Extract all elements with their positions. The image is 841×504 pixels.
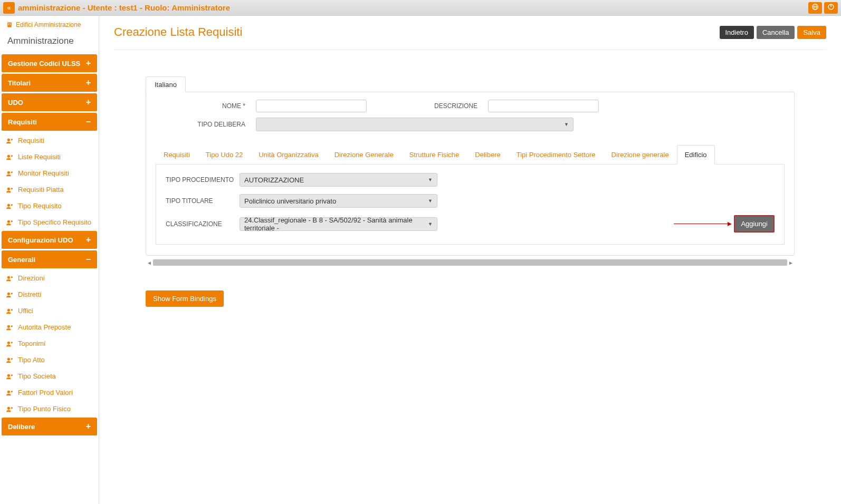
language-tab-italiano[interactable]: Italiano [146, 76, 186, 92]
svg-point-12 [7, 171, 10, 173]
tab-edificio[interactable]: Edificio [677, 145, 715, 164]
nav-section-gestione-codici[interactable]: Gestione Codici ULSS + [2, 54, 97, 73]
nav-item-label: Uffici [18, 307, 33, 315]
plus-icon: + [86, 59, 91, 68]
tab-body-edificio: TIPO PROCEDIMENTO AUTORIZZAZIONE TIPO TI… [156, 164, 785, 245]
nav-section-delibere[interactable]: Delibere + [2, 418, 97, 437]
scroll-track[interactable] [153, 259, 787, 266]
classificazione-value: 24.Classif_regionale - B 8 - SA/502/92 -… [244, 216, 425, 232]
nav-item-label: Tipo Punto Fisico [18, 405, 71, 413]
user-edit-icon [6, 357, 14, 363]
user-edit-icon [6, 373, 14, 380]
logout-button[interactable] [824, 2, 838, 14]
nav-section-requisiti[interactable]: Requisiti – [2, 113, 97, 132]
classificazione-label: CLASSIFICAZIONE [166, 220, 240, 228]
svg-point-24 [7, 406, 10, 409]
sidebar-item-liste-requisiti[interactable]: Liste Requisiti [0, 149, 99, 165]
page-header: Creazione Lista Requisiti Indietro Cance… [114, 25, 826, 50]
descrizione-input[interactable] [488, 100, 599, 112]
nav-section-configurazioni-udo[interactable]: Configurazioni UDO + [2, 231, 97, 250]
tipo-procedimento-select[interactable]: AUTORIZZAZIONE [240, 173, 437, 187]
svg-point-18 [7, 308, 10, 311]
tab-tipo-udo-22[interactable]: Tipo Udo 22 [198, 145, 251, 164]
tab-strutture-fisiche[interactable]: Strutture Fisiche [402, 145, 467, 164]
svg-point-10 [7, 138, 10, 141]
annotation-arrow [674, 222, 732, 226]
sidebar-item-tipo-societa[interactable]: Tipo Societa [0, 368, 99, 384]
nav-section-udo[interactable]: UDO + [2, 93, 97, 112]
cancel-button[interactable]: Cancella [757, 26, 795, 39]
nome-label: NOME * [156, 102, 256, 110]
chevron-left-icon: « [7, 4, 11, 12]
sidebar-item-distretti[interactable]: Distretti [0, 286, 99, 303]
user-edit-icon [6, 203, 14, 209]
back-button[interactable]: Indietro [720, 26, 754, 39]
sidebar-collapse-button[interactable]: « [3, 2, 15, 14]
nome-input[interactable] [256, 100, 367, 112]
tipo-titolare-value: Policlinico universitario privato [244, 197, 336, 205]
tab-requisiti[interactable]: Requisiti [156, 145, 198, 164]
sidebar-item-requisiti[interactable]: Requisiti [0, 132, 99, 149]
nav-item-label: Tipo Societa [18, 372, 56, 380]
sidebar-item-tipo-requisito[interactable]: Tipo Requisito [0, 198, 99, 214]
plus-icon: + [86, 235, 91, 245]
user-edit-icon [6, 275, 14, 282]
nav-section-label: Requisiti [8, 118, 37, 126]
form-panel: NOME * DESCRIZIONE TIPO DELIBERA Requisi… [146, 92, 795, 256]
sidebar-item-requisiti-piatta[interactable]: Requisiti Piatta [0, 181, 99, 198]
classificazione-select[interactable]: 24.Classif_regionale - B 8 - SA/502/92 -… [240, 217, 437, 231]
tipo-delibera-select[interactable] [256, 118, 574, 131]
svg-rect-5 [7, 23, 12, 27]
svg-point-17 [7, 292, 10, 295]
page-actions: Indietro Cancella Salva [720, 26, 827, 39]
tab-tipi-procedimento-settore[interactable]: Tipi Procedimento Settore [509, 145, 604, 164]
tipo-procedimento-value: AUTORIZZAZIONE [244, 176, 304, 184]
sidebar-item-autorita-preposte[interactable]: Autorita Preposte [0, 319, 99, 335]
language-button[interactable] [808, 2, 822, 14]
nav-section-label: UDO [8, 99, 23, 106]
svg-point-22 [7, 374, 10, 376]
sidebar-item-fattori-prod-valori[interactable]: Fattori Prod Valori [0, 384, 99, 401]
topbar-title: amministrazione - Utente : test1 - Ruolo… [18, 3, 806, 12]
sidebar-item-monitor-requisiti[interactable]: Monitor Requisiti [0, 165, 99, 181]
tipo-titolare-label: TIPO TITOLARE [166, 197, 240, 205]
sidebar-item-uffici[interactable]: Uffici [0, 303, 99, 319]
nav-section-titolari[interactable]: Titolari + [2, 74, 97, 93]
nav-item-label: Distretti [18, 290, 41, 298]
nav-item-label: Liste Requisiti [18, 153, 61, 161]
user-edit-icon [6, 187, 14, 193]
tab-delibere[interactable]: Delibere [467, 145, 508, 164]
nav-item-label: Tipo Atto [18, 356, 45, 364]
tipo-titolare-select[interactable]: Policlinico universitario privato [240, 194, 437, 208]
nav-item-label: Tipo Requisito [18, 202, 62, 210]
svg-point-14 [7, 203, 10, 206]
descrizione-label: DESCRIZIONE [398, 102, 488, 110]
show-form-bindings-button[interactable]: Show Form Bindings [146, 290, 224, 307]
svg-point-16 [7, 276, 10, 278]
save-button[interactable]: Salva [797, 26, 826, 39]
tab-direzione-generale[interactable]: Direzione Generale [327, 145, 402, 164]
sidebar-item-tipo-specifico-requisito[interactable]: Tipo Specifico Requisito [0, 214, 99, 230]
svg-rect-8 [8, 24, 9, 25]
nav-section-label: Configurazioni UDO [8, 236, 73, 244]
user-edit-icon [6, 219, 14, 226]
sidebar-item-toponimi[interactable]: Toponimi [0, 335, 99, 352]
tab-direzione-generale-2[interactable]: Direzione generale [604, 145, 677, 164]
svg-point-15 [7, 220, 10, 222]
minus-icon: – [86, 255, 91, 264]
user-edit-icon [6, 341, 14, 347]
sidebar-item-tipo-punto-fisico[interactable]: Tipo Punto Fisico [0, 401, 99, 417]
svg-point-21 [7, 357, 10, 360]
sidebar-item-tipo-atto[interactable]: Tipo Atto [0, 352, 99, 368]
svg-point-20 [7, 341, 10, 344]
nav-item-label: Requisiti [18, 137, 44, 144]
sidebar-item-direzioni[interactable]: Direzioni [0, 270, 99, 286]
nav-section-generali[interactable]: Generali – [2, 250, 97, 269]
svg-point-19 [7, 325, 10, 327]
sidebar-heading: Amministrazione [0, 32, 99, 54]
user-edit-icon [6, 324, 14, 331]
breadcrumb[interactable]: Edifici Amministrazione [0, 16, 99, 32]
aggiungi-button[interactable]: Aggiungi [734, 215, 775, 232]
horizontal-scrollbar[interactable]: ◄ ► [146, 259, 795, 266]
tab-unita-organizzativa[interactable]: Unità Organizzativa [251, 145, 326, 164]
